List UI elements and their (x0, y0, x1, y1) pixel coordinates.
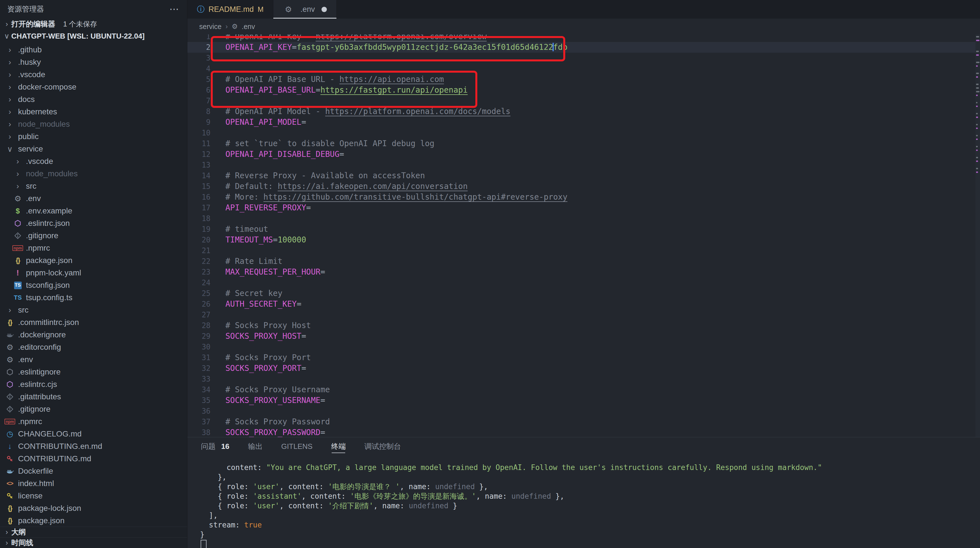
tree-item-.husky[interactable]: ›.husky (0, 56, 187, 68)
line-number: 33 (188, 374, 210, 384)
tree-item-src[interactable]: ›src (0, 304, 187, 316)
tree-item-.vscode[interactable]: ›.vscode (0, 68, 187, 81)
tree-item-.gitignore[interactable]: .gitignore (0, 403, 187, 415)
tree-item-.npmrc[interactable]: npm.npmrc (0, 242, 187, 254)
breadcrumb-item[interactable]: service (199, 22, 221, 31)
tree-item-license[interactable]: license (0, 490, 187, 502)
tree-item-label: docker-compose (18, 83, 76, 92)
minimap-line-mark (976, 84, 978, 85)
tree-item-public[interactable]: ›public (0, 130, 187, 143)
ts-text-icon: TS (13, 294, 23, 301)
code-line-28: 28# Socks Proxy Host (188, 320, 975, 331)
terminal-cursor (200, 540, 207, 548)
tree-item-node-modules[interactable]: ›node_modules (0, 168, 187, 180)
terminal-line-3: { role: 'user', content: '电影的导演是谁？ ', na… (200, 482, 980, 491)
git-icon (5, 405, 15, 413)
workspace-section[interactable]: ∨ CHATGPT-WEB [WSL: UBUNTU-22.04] (0, 30, 187, 42)
timeline-section[interactable]: › 时间线 (0, 537, 187, 548)
tree-item-.env[interactable]: ⚙.env (0, 353, 187, 366)
tree-item-package-lock.json[interactable]: {}package-lock.json (0, 502, 187, 515)
tree-item-pnpm-lock.yaml[interactable]: !pnpm-lock.yaml (0, 267, 187, 279)
tree-item-.eslintrc.cjs[interactable]: .eslintrc.cjs (0, 378, 187, 391)
line-number: 14 (188, 170, 210, 181)
tree-item-src[interactable]: ›src (0, 180, 187, 192)
code-line-37: 37# Socks Proxy Password (188, 416, 975, 427)
tree-item-.vscode[interactable]: ›.vscode (0, 155, 187, 168)
line-content: AUTH_SECRET_KEY= (226, 299, 302, 310)
code-line-29: 29SOCKS_PROXY_HOST= (188, 331, 975, 342)
tree-item-.gitattributes[interactable]: .gitattributes (0, 391, 187, 403)
minimap-line-mark (976, 124, 978, 125)
tree-item-label: .vscode (26, 157, 53, 166)
tree-item-.eslintignore[interactable]: .eslintignore (0, 366, 187, 378)
tree-item-.eslintrc.json[interactable]: .eslintrc.json (0, 217, 187, 230)
tree-item-CHANGELOG.md[interactable]: ◷CHANGELOG.md (0, 428, 187, 440)
tree-item-service[interactable]: ∨service (0, 143, 187, 155)
code-editor[interactable]: 1# OpenAI API Key - https://platform.ope… (188, 34, 980, 437)
tree-item-CONTRIBUTING.md[interactable]: CONTRIBUTING.md (0, 453, 187, 465)
tree-item-tsconfig.json[interactable]: TStsconfig.json (0, 279, 187, 291)
tab-.env[interactable]: ⚙.env (273, 0, 337, 19)
tree-item-.dockerignore[interactable]: .dockerignore (0, 329, 187, 341)
minimap-line-mark (976, 160, 978, 162)
line-content: # OpenAI API Base URL - https://api.open… (226, 74, 444, 85)
tree-item-docker-compose[interactable]: ›docker-compose (0, 81, 187, 93)
terminal[interactable]: content: "You are ChatGPT, a large langu… (188, 455, 980, 548)
vscode-window: 资源管理器 ⋯ › 打开的编辑器 1 个未保存 ∨ CHATGPT-WEB [W… (0, 0, 980, 548)
chevron-right-icon: › (5, 70, 15, 79)
line-content: # set `true` to disable OpenAI API debug… (226, 138, 434, 149)
tree-item-label: .dockerignore (18, 330, 66, 339)
breadcrumb-item[interactable]: .env (242, 22, 255, 31)
code-line-21: 21 (188, 245, 975, 256)
panel-tab-输出[interactable]: 输出 (248, 437, 262, 455)
panel-tab-调试控制台[interactable]: 调试控制台 (364, 437, 401, 455)
code-line-20: 20TIMEOUT_MS=100000 (188, 235, 975, 245)
outline-section[interactable]: › 大纲 (0, 527, 187, 537)
line-content: OPENAI_API_KEY=fastgpt-y6b3axfbdd5wyp011… (226, 42, 568, 52)
tab-README.md[interactable]: ⓘREADME.mdM (188, 0, 273, 19)
tree-item-node-modules[interactable]: ›node_modules (0, 118, 187, 130)
line-number: 13 (188, 160, 210, 170)
tree-item-tsup.config.ts[interactable]: TStsup.config.ts (0, 291, 187, 304)
tree-item-Dockerfile[interactable]: Dockerfile (0, 465, 187, 477)
tree-item-label: .github (18, 45, 42, 54)
tree-item-package.json[interactable]: {}package.json (0, 515, 187, 527)
gear-icon: ⚙ (283, 5, 294, 14)
clock-icon: ◷ (5, 429, 15, 438)
tree-item-label: package.json (18, 516, 65, 525)
tree-item-.env.example[interactable]: $.env.example (0, 205, 187, 217)
tree-item-.npmrc[interactable]: npm.npmrc (0, 415, 187, 428)
tree-item-CONTRIBUTING.en.md[interactable]: ↓CONTRIBUTING.en.md (0, 440, 187, 453)
tree-item-.env[interactable]: ⚙.env (0, 192, 187, 205)
open-editors-section[interactable]: › 打开的编辑器 1 个未保存 (0, 18, 187, 30)
tree-item-kubernetes[interactable]: ›kubernetes (0, 106, 187, 118)
terminal-line-5: { role: 'user', content: '介绍下剧情', name: … (200, 501, 980, 511)
minimap-line-mark (976, 168, 978, 169)
tree-item-.github[interactable]: ›.github (0, 44, 187, 56)
tree-item-docs[interactable]: ›docs (0, 93, 187, 106)
line-number: 3 (188, 52, 210, 64)
tree-item-.gitignore[interactable]: .gitignore (0, 230, 187, 242)
terminal-line-4: { role: 'assistant', content: '电影《玲芽之旅》的… (200, 491, 980, 501)
line-content: # OpenAI API Key - https://platform.open… (226, 34, 487, 42)
code-line-35: 35SOCKS_PROXY_USERNAME= (188, 395, 975, 406)
tab-label: .env (301, 5, 315, 14)
panel-tab-GITLENS[interactable]: GITLENS (281, 437, 312, 455)
tree-item-.editorconfig[interactable]: ⚙.editorconfig (0, 341, 187, 353)
minimap[interactable] (975, 34, 980, 437)
tree-item-index.html[interactable]: <>index.html (0, 477, 187, 490)
panel-tab-问题[interactable]: 问题16 (201, 437, 229, 455)
line-number: 5 (188, 74, 210, 85)
tree-item-label: service (18, 145, 43, 154)
more-actions-icon[interactable]: ⋯ (169, 3, 180, 15)
code-line-36: 36 (188, 406, 975, 416)
line-content: # Socks Proxy Username (226, 384, 330, 395)
panel-tab-终端[interactable]: 终端 (331, 437, 346, 455)
tree-item-.commitlintrc.json[interactable]: {}.commitlintrc.json (0, 316, 187, 329)
braces-icon: {} (5, 504, 15, 512)
tree-item-package.json[interactable]: {}package.json (0, 254, 187, 267)
breadcrumb: service›⚙.env (188, 19, 980, 34)
git-modified-badge: M (258, 5, 264, 14)
tree-item-label: tsconfig.json (26, 281, 70, 290)
line-number: 34 (188, 384, 210, 395)
